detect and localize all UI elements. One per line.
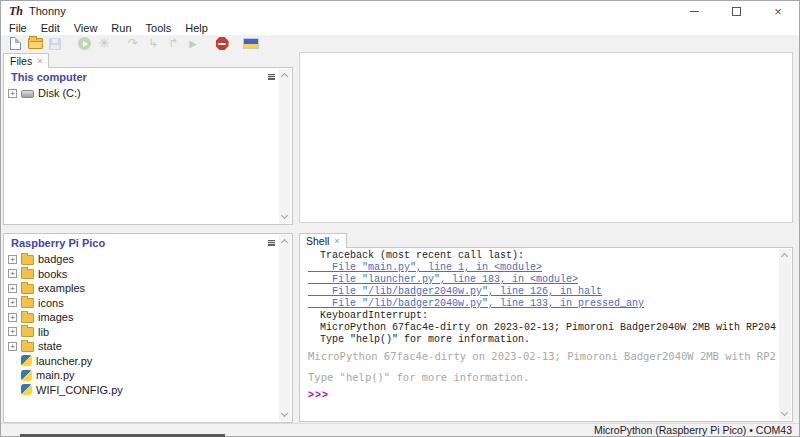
- traceback-link[interactable]: File "launcher.py", line 183, in <module…: [308, 274, 776, 286]
- scrollbar[interactable]: [779, 249, 791, 420]
- tree-item-books[interactable]: +books: [4, 267, 279, 282]
- interpreter-status[interactable]: MicroPython (Raspberry Pi Pico) • COM43: [594, 424, 792, 436]
- debug-icon: ✳: [98, 37, 110, 50]
- expand-icon[interactable]: +: [8, 284, 17, 293]
- shell-line: KeyboardInterrupt:: [308, 310, 776, 322]
- tree-item-label: examples: [38, 282, 85, 294]
- step-into-button: ↳: [143, 35, 163, 52]
- tree-item-lib[interactable]: +lib: [4, 325, 279, 340]
- scroll-up-icon[interactable]: [281, 239, 288, 246]
- new-file-icon: [10, 37, 21, 50]
- expand-icon[interactable]: +: [8, 313, 17, 322]
- tab-files[interactable]: Files ×: [3, 53, 49, 68]
- traceback-link[interactable]: File "/lib/badger2040w.py", line 126, in…: [308, 286, 776, 298]
- folder-icon: [21, 313, 34, 323]
- tree-item-label: lib: [38, 326, 49, 338]
- shell-line: Traceback (most recent call last):: [308, 250, 776, 262]
- panel-header: This computer: [4, 68, 292, 86]
- save-icon: [49, 38, 61, 50]
- panel-menu-icon[interactable]: [268, 74, 275, 80]
- tree-item-main-py[interactable]: main.py: [4, 368, 279, 383]
- new-file-button[interactable]: [5, 35, 25, 52]
- expand-icon[interactable]: +: [8, 342, 17, 351]
- shell-line: >>>: [308, 388, 776, 403]
- menu-help[interactable]: Help: [178, 21, 215, 35]
- close-tab-icon[interactable]: ×: [334, 237, 339, 246]
- tree-item-state[interactable]: +state: [4, 339, 279, 354]
- step-over-button: ↷: [123, 35, 143, 52]
- scrollbar[interactable]: [279, 235, 291, 421]
- title-bar: Th Thonny ×: [1, 1, 799, 21]
- step-icon: ↳: [148, 37, 158, 50]
- menu-tools[interactable]: Tools: [139, 21, 179, 35]
- traceback-link[interactable]: File "main.py", line 1, in <module>: [308, 262, 776, 274]
- menu-edit[interactable]: Edit: [34, 21, 67, 35]
- menu-view[interactable]: View: [67, 21, 105, 35]
- menu-file[interactable]: File: [2, 21, 34, 35]
- shell-line: Type "help()" for more information.: [308, 334, 776, 346]
- scroll-down-icon[interactable]: [281, 212, 288, 219]
- files-panel-device: Raspberry Pi Pico +badges+books+examples…: [3, 233, 293, 423]
- thonny-window: Th Thonny × FileEditViewRunToolsHelp ✳↷↳…: [0, 0, 800, 437]
- scroll-up-icon[interactable]: [781, 253, 788, 260]
- folder-icon: [21, 327, 34, 337]
- panel-menu-icon[interactable]: [268, 240, 275, 246]
- expand-icon[interactable]: +: [8, 269, 17, 278]
- scroll-down-icon[interactable]: [281, 410, 288, 417]
- window-title: Thonny: [29, 5, 66, 17]
- tree-item-label: icons: [38, 297, 64, 309]
- folder-icon: [21, 342, 34, 352]
- maximize-button[interactable]: [715, 1, 757, 21]
- close-button[interactable]: ×: [757, 1, 799, 21]
- tab-shell[interactable]: Shell ×: [299, 233, 347, 248]
- step-icon: ↷: [128, 37, 138, 50]
- tree-item-label: state: [38, 340, 62, 352]
- step-icon: ↱: [168, 37, 178, 50]
- expand-icon[interactable]: +: [8, 89, 17, 98]
- run-script-button: [74, 35, 94, 52]
- tree-item-images[interactable]: +images: [4, 310, 279, 325]
- python-icon: [21, 355, 32, 366]
- shell-line: MicroPython 67fac4e-dirty on 2023-02-13;…: [308, 346, 776, 367]
- save-file-button: [45, 35, 65, 52]
- file-tree-local: +Disk (C:): [4, 86, 279, 224]
- file-tree-device: +badges+books+examples+icons+images+lib+…: [4, 252, 279, 422]
- traceback-link[interactable]: File "/lib/badger2040w.py", line 133, in…: [308, 298, 776, 310]
- debug-script-button: ✳: [94, 35, 114, 52]
- python-icon: [21, 370, 32, 381]
- shell-panel[interactable]: Traceback (most recent call last): File …: [299, 247, 793, 422]
- tree-item-wifi-config-py[interactable]: WIFI_CONFIG.py: [4, 383, 279, 398]
- support-ukraine-button[interactable]: [241, 35, 261, 52]
- window-controls: ×: [673, 1, 799, 21]
- resume-button: ▶: [183, 35, 203, 52]
- tree-item-disk-c-[interactable]: +Disk (C:): [4, 86, 279, 101]
- files-tab-row: Files ×: [3, 52, 49, 68]
- menu-bar: FileEditViewRunToolsHelp: [1, 21, 799, 35]
- tree-item-label: WIFI_CONFIG.py: [36, 384, 123, 396]
- close-tab-icon[interactable]: ×: [37, 57, 42, 66]
- tree-item-icons[interactable]: +icons: [4, 296, 279, 311]
- step-out-button: ↱: [163, 35, 183, 52]
- menu-run[interactable]: Run: [104, 21, 138, 35]
- drive-icon: [21, 90, 34, 98]
- scroll-down-icon[interactable]: [781, 409, 788, 416]
- panel-title: Raspberry Pi Pico: [11, 237, 105, 249]
- minimize-button[interactable]: [673, 1, 715, 21]
- expand-icon[interactable]: +: [8, 298, 17, 307]
- scrollbar[interactable]: [279, 69, 291, 223]
- scroll-up-icon[interactable]: [281, 73, 288, 80]
- tree-item-label: main.py: [36, 369, 75, 381]
- expand-icon[interactable]: +: [8, 327, 17, 336]
- tree-item-badges[interactable]: +badges: [4, 252, 279, 267]
- folder-icon: [21, 284, 34, 294]
- tree-item-label: books: [38, 268, 67, 280]
- shell-line: MicroPython 67fac4e-dirty on 2023-02-13;…: [308, 322, 776, 334]
- folder-icon: [21, 255, 34, 265]
- tree-item-examples[interactable]: +examples: [4, 281, 279, 296]
- stop-restart-button[interactable]: [212, 35, 232, 52]
- expand-icon[interactable]: +: [8, 255, 17, 264]
- panel-header: Raspberry Pi Pico: [4, 234, 292, 252]
- open-file-button[interactable]: [25, 35, 45, 52]
- tree-item-launcher-py[interactable]: launcher.py: [4, 354, 279, 369]
- files-panel-this-computer: This computer +Disk (C:): [3, 67, 293, 225]
